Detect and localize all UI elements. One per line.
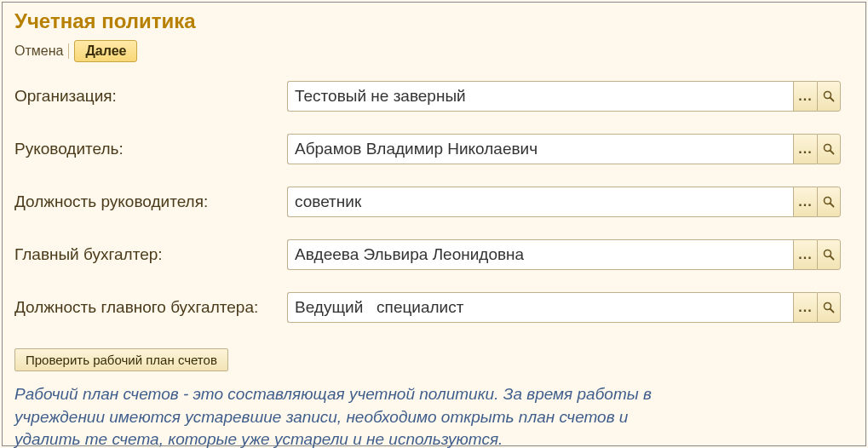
ellipsis-icon: ... xyxy=(798,194,812,210)
next-button[interactable]: Далее xyxy=(74,40,137,62)
search-icon xyxy=(823,249,835,261)
chief-accountant-search-button[interactable] xyxy=(817,239,841,270)
head-select-button[interactable]: ... xyxy=(793,134,817,164)
label-head-position: Должность руководителя: xyxy=(14,192,287,211)
row-chief-accountant-position: Должность главного бухгалтера: ... xyxy=(14,292,854,323)
input-group-chief-accountant-position: ... xyxy=(287,292,841,323)
input-group-organization: ... xyxy=(287,81,841,112)
svg-line-7 xyxy=(831,256,834,260)
head-position-select-button[interactable]: ... xyxy=(793,187,817,217)
chief-accountant-input[interactable] xyxy=(287,239,793,270)
page-title: Учетная политика xyxy=(14,9,854,33)
chief-accountant-position-search-button[interactable] xyxy=(817,292,841,323)
input-group-chief-accountant: ... xyxy=(287,239,841,270)
row-chief-accountant: Главный бухгалтер: ... xyxy=(14,239,854,270)
search-icon xyxy=(823,196,835,208)
row-head-position: Должность руководителя: ... xyxy=(14,187,854,217)
label-chief-accountant: Главный бухгалтер: xyxy=(14,245,287,264)
head-position-input[interactable] xyxy=(287,187,793,217)
head-input[interactable] xyxy=(287,134,793,164)
svg-line-3 xyxy=(831,151,834,154)
form-frame: Учетная политика Отмена Далее Организаци… xyxy=(2,2,866,446)
hint-text: Рабочий план счетов - это составляющая у… xyxy=(14,383,679,448)
chief-accountant-position-input[interactable] xyxy=(287,292,793,323)
ellipsis-icon: ... xyxy=(798,89,812,104)
toolbar: Отмена Далее xyxy=(14,40,854,62)
input-group-head: ... xyxy=(287,134,841,164)
check-plan-button[interactable]: Проверить рабочий план счетов xyxy=(14,348,228,371)
label-organization: Организация: xyxy=(14,87,287,106)
row-organization: Организация: ... xyxy=(14,81,854,112)
svg-line-1 xyxy=(831,98,834,101)
head-position-search-button[interactable] xyxy=(817,187,841,217)
ellipsis-icon: ... xyxy=(798,247,812,262)
toolbar-divider xyxy=(68,43,69,59)
cancel-button[interactable]: Отмена xyxy=(14,43,63,59)
head-search-button[interactable] xyxy=(817,134,841,164)
organization-search-button[interactable] xyxy=(817,81,841,112)
label-chief-accountant-position: Должность главного бухгалтера: xyxy=(14,298,287,317)
search-icon xyxy=(823,302,835,313)
organization-select-button[interactable]: ... xyxy=(793,81,817,112)
svg-line-5 xyxy=(831,204,834,207)
search-icon xyxy=(823,143,835,155)
ellipsis-icon: ... xyxy=(798,300,812,315)
svg-line-9 xyxy=(831,309,834,313)
input-group-head-position: ... xyxy=(287,187,841,217)
organization-input[interactable] xyxy=(287,81,793,112)
row-head: Руководитель: ... xyxy=(14,134,854,164)
ellipsis-icon: ... xyxy=(798,141,812,157)
chief-accountant-select-button[interactable]: ... xyxy=(793,239,817,270)
search-icon xyxy=(823,90,835,102)
chief-accountant-position-select-button[interactable]: ... xyxy=(793,292,817,323)
label-head: Руководитель: xyxy=(14,140,287,158)
